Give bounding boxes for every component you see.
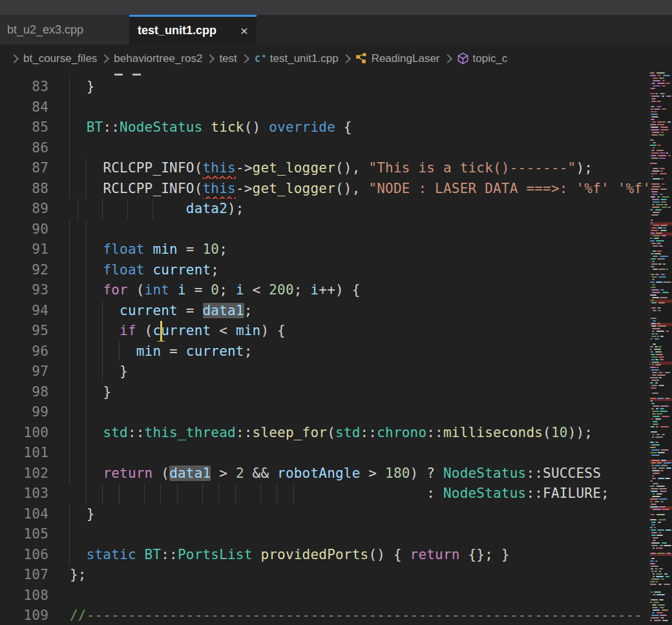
breadcrumb-label: bt_course_files <box>23 52 97 65</box>
line-number[interactable]: 109 <box>0 606 48 625</box>
line-number[interactable]: 98 <box>0 382 48 403</box>
minimap-code-segment <box>658 452 665 453</box>
code-line[interactable]: 89 data2); <box>0 199 650 220</box>
code-line[interactable]: 107}; <box>0 565 650 586</box>
code-line[interactable]: 102 return (data1 > 2 && robotAngle > 18… <box>0 464 650 484</box>
minimap-code-segment <box>652 279 655 280</box>
minimap-code-segment <box>650 452 657 453</box>
line-number[interactable]: 93 <box>0 280 48 301</box>
code-line[interactable]: 84 <box>0 97 650 118</box>
code-editor[interactable]: 83 }8485 BT::NodeStatus tick() override … <box>0 72 672 625</box>
code-token <box>70 160 103 176</box>
code-line[interactable]: 94 current = data1; <box>0 301 650 322</box>
minimap-code-segment <box>651 158 658 159</box>
code-token: ++) { <box>319 282 360 298</box>
code-line[interactable]: 101 <box>0 443 650 464</box>
line-number[interactable]: 86 <box>0 138 48 159</box>
minimap-code-segment <box>651 545 658 546</box>
code-line[interactable]: 100 std::this_thread::sleep_for(std::chr… <box>0 423 650 444</box>
editor-tab[interactable]: bt_u2_ex3.cpp <box>0 15 129 45</box>
breadcrumb-label: behaviortree_ros2 <box>114 52 202 65</box>
minimap-code-segment <box>651 354 655 355</box>
minimap-code-segment <box>664 462 671 464</box>
indent-guide <box>235 484 236 504</box>
line-number[interactable]: 108 <box>0 586 48 606</box>
minimap-code-segment <box>661 465 667 466</box>
breadcrumb-item-bt-course-files[interactable]: bt_course_files <box>23 52 97 65</box>
code-line[interactable]: 87 RCLCPP_INFO(this->get_logger(), "This… <box>0 158 650 179</box>
code-line[interactable]: 95 if (current < min) { <box>0 321 650 342</box>
line-number[interactable]: 105 <box>0 524 48 545</box>
code-line[interactable]: 83 } <box>0 77 650 97</box>
line-number[interactable]: 87 <box>0 158 48 179</box>
line-number[interactable]: 89 <box>0 199 48 220</box>
indent-guide <box>102 301 103 322</box>
minimap-code-segment <box>651 400 653 402</box>
code-line[interactable]: 106 static BT::PortsList providedPorts()… <box>0 545 650 566</box>
line-number[interactable]: 92 <box>0 260 48 281</box>
code-line[interactable]: 104 } <box>0 504 650 525</box>
minimap-code-segment <box>660 93 665 94</box>
line-number[interactable]: 106 <box>0 545 48 566</box>
minimap-code-segment <box>659 498 667 500</box>
code-line[interactable]: 103 : NodeStatus::FAILURE; <box>0 484 650 504</box>
breadcrumb-item-readinglaser[interactable]: ReadingLaser <box>355 52 440 65</box>
line-number[interactable]: 100 <box>0 423 48 444</box>
code-token: : <box>426 486 443 501</box>
minimap-code-segment <box>650 124 656 125</box>
line-number[interactable]: 97 <box>0 362 48 382</box>
breadcrumb-item-test-unit1-cpp[interactable]: C test_unit1.cpp <box>254 52 339 65</box>
code-line[interactable]: 88 RCLCPP_INFO(this->get_logger(), "NODE… <box>0 179 650 200</box>
line-number[interactable]: 94 <box>0 301 48 322</box>
code-line[interactable]: 93 for (int i = 0; i < 200; i++) { <box>0 280 650 301</box>
line-number[interactable]: 107 <box>0 565 48 586</box>
line-number[interactable]: 83 <box>0 77 48 97</box>
code-line[interactable]: 97 } <box>0 362 650 382</box>
line-number[interactable]: 99 <box>0 402 48 423</box>
breadcrumb-item-behaviortree-ros2[interactable]: behaviortree_ros2 <box>114 52 202 65</box>
minimap-code-segment <box>661 449 669 451</box>
line-number[interactable]: 103 <box>0 484 48 504</box>
line-number[interactable]: 91 <box>0 240 48 260</box>
minimap-code-segment <box>657 307 661 309</box>
line-number[interactable]: 84 <box>0 97 48 118</box>
code-line[interactable]: 90 <box>0 220 650 240</box>
code-line[interactable]: 85 BT::NodeStatus tick() override { <box>0 118 650 138</box>
code-token: () { <box>368 547 410 562</box>
minimap-code-segment <box>650 75 656 76</box>
line-number[interactable]: 85 <box>0 118 48 138</box>
minimap-code-segment <box>651 491 658 492</box>
code-line[interactable]: 96 min = current; <box>0 342 650 362</box>
line-number[interactable]: 88 <box>0 179 48 200</box>
code-text: RCLCPP_INFO(this->get_logger(), "This is… <box>48 158 650 179</box>
minimap-code-segment <box>659 568 663 569</box>
minimap-code-segment <box>652 297 659 298</box>
minimap-code-segment <box>650 581 655 582</box>
breadcrumb-item-test[interactable]: test <box>219 52 236 65</box>
code-line[interactable]: 91 float min = 10; <box>0 240 650 260</box>
minimap-code-segment <box>658 604 665 606</box>
code-line[interactable]: 99 <box>0 402 650 423</box>
code-token: ; <box>219 282 236 298</box>
minimap[interactable] <box>649 72 672 625</box>
code-token: = <box>178 241 203 257</box>
line-number[interactable]: 104 <box>0 504 48 525</box>
line-number[interactable]: 95 <box>0 321 48 342</box>
code-line[interactable]: 92 float current; <box>0 260 650 281</box>
editor-tab[interactable]: test_unit1.cpp× <box>129 15 257 45</box>
minimap-code-segment <box>652 328 660 329</box>
minimap-code-segment <box>651 529 656 531</box>
code-line[interactable]: 98 } <box>0 382 650 403</box>
line-number[interactable]: 102 <box>0 464 48 484</box>
code-line[interactable]: 86 <box>0 138 650 159</box>
code-line[interactable]: 109//-----------------------------------… <box>0 606 650 625</box>
close-icon[interactable]: × <box>240 24 248 37</box>
breadcrumb-item-topic-c[interactable]: topic_c <box>457 52 508 65</box>
line-number[interactable]: 90 <box>0 220 48 240</box>
code-area[interactable]: 83 }8485 BT::NodeStatus tick() override … <box>0 72 650 625</box>
code-line[interactable]: 105 <box>0 524 650 545</box>
code-line[interactable]: 108 <box>0 586 650 606</box>
line-number[interactable]: 96 <box>0 342 48 362</box>
indent-guide <box>69 382 70 403</box>
line-number[interactable]: 101 <box>0 443 48 464</box>
